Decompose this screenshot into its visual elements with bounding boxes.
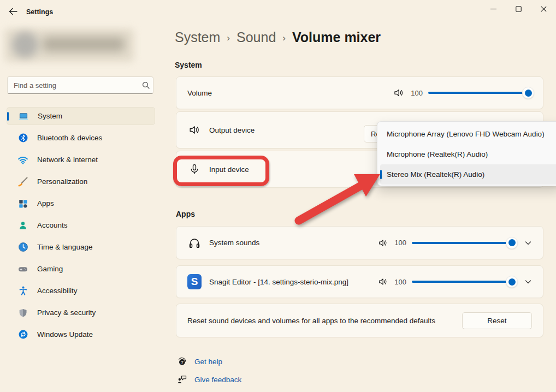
slider-thumb[interactable] [506,237,518,249]
settings-window: Settings System [0,0,556,392]
clock-icon [17,242,28,253]
help-icon: ? [176,356,188,367]
gamepad-icon [17,264,28,275]
sidebar-item-label: Time & language [37,243,93,251]
window-controls [481,0,556,19]
sidebar-item-accessibility[interactable]: Accessibility [7,282,155,300]
sidebar-item-label: Privacy & security [37,308,96,317]
slider-thumb[interactable] [522,87,534,99]
input-device-dropdown: Microphone Array (Lenovo FHD Webcam Audi… [377,121,556,186]
system-volume-slider[interactable] [428,86,532,99]
sidebar-item-gaming[interactable]: Gaming [7,260,155,278]
brush-icon [17,176,28,187]
reset-description: Reset sound devices and volumes for all … [187,317,462,325]
sidebar-item-label: Apps [37,199,54,207]
maximize-icon [516,5,522,14]
user-profile-blurred[interactable] [4,26,135,64]
window-title: Settings [26,8,53,16]
close-icon [541,5,547,14]
sidebar-item-label: System [38,112,62,120]
search-icon [139,81,153,89]
sidebar-item-time-language[interactable]: Time & language [7,238,155,256]
profile-name-redacted [43,37,125,51]
page-title: Volume mixer [292,29,381,45]
back-arrow-icon [9,8,17,15]
slider-thumb[interactable] [506,276,518,288]
headphones-icon [187,236,202,250]
app-volume-value: 100 [393,239,406,247]
dropdown-item-label: Stereo Mix (Realtek(R) Audio) [387,170,484,179]
wifi-icon [17,155,28,165]
breadcrumb-separator: › [282,31,286,44]
close-button[interactable] [531,0,556,19]
chevron-down-icon[interactable] [524,239,532,247]
give-feedback-link[interactable]: Give feedback [176,374,241,385]
slider-track [428,92,532,94]
minimize-button[interactable] [481,0,506,19]
sidebar-item-personalization[interactable]: Personalization [7,173,155,191]
sidebar-item-label: Accounts [37,221,68,229]
system-icon [18,111,29,122]
app-name: Snagit Editor - [14. settings-sterio-mix… [209,278,378,286]
feedback-icon [176,374,188,385]
snagit-app-icon: S [187,274,202,289]
app-row-system-sounds: System sounds 100 [176,226,543,259]
system-sounds-slider[interactable] [412,236,516,250]
breadcrumb: System › Sound › Volume mixer [175,29,381,45]
snagit-slider[interactable] [412,275,516,288]
sidebar-item-bluetooth-devices[interactable]: Bluetooth & devices [7,129,155,147]
sidebar-item-system[interactable]: System [7,107,155,125]
update-refresh-icon [17,329,28,340]
reset-button[interactable]: Reset [462,312,532,329]
minimize-icon [490,5,496,14]
dropdown-item-stereo-mix[interactable]: Stereo Mix (Realtek(R) Audio) [380,164,556,185]
app-row-snagit: S Snagit Editor - [14. settings-sterio-m… [176,265,543,298]
breadcrumb-sound[interactable]: Sound [236,29,276,45]
section-header-apps: Apps [176,210,195,218]
breadcrumb-system[interactable]: System [175,29,220,45]
person-icon [17,220,28,231]
slider-track [412,281,516,283]
accessibility-person-icon [17,286,28,296]
app-name: System sounds [209,239,378,247]
selected-indicator [380,170,382,179]
search-box [7,76,153,94]
get-help-link[interactable]: ? Get help [176,356,222,367]
apps-icon [17,198,28,209]
sidebar-item-windows-update[interactable]: Windows Update [7,325,155,343]
reset-row: Reset sound devices and volumes for all … [176,304,543,337]
sidebar-item-label: Personalization [37,177,87,186]
reset-button-label: Reset [487,317,506,325]
section-header-system: System [175,61,202,69]
active-indicator [7,112,9,121]
sidebar-item-label: Network & internet [37,156,98,164]
dropdown-item-microphone-realtek[interactable]: Microphone (Realtek(R) Audio) [380,144,556,164]
sidebar-item-accounts[interactable]: Accounts [7,216,155,234]
bluetooth-icon [17,133,28,144]
slider-track [412,242,516,244]
sidebar-item-label: Gaming [37,265,63,273]
search-input[interactable] [8,81,139,90]
microphone-icon [187,163,202,175]
svg-text:?: ? [181,360,184,365]
sidebar-item-apps[interactable]: Apps [7,194,155,212]
sidebar-item-label: Windows Update [37,330,93,338]
speaker-icon [378,238,388,248]
give-feedback-label: Give feedback [194,376,241,384]
sidebar-item-privacy-security[interactable]: Privacy & security [7,304,155,322]
volume-value: 100 [410,89,423,97]
volume-label: Volume [187,89,393,97]
titlebar: Settings [0,0,556,24]
shield-icon [17,307,28,318]
sidebar-nav: System Bluetooth & devices Network & int… [7,107,155,347]
breadcrumb-separator: › [227,31,230,44]
back-button[interactable] [4,3,22,20]
app-volume-value: 100 [393,278,406,286]
chevron-down-icon[interactable] [524,278,532,286]
maximize-button[interactable] [506,0,531,19]
get-help-label: Get help [194,358,222,366]
avatar [12,32,38,58]
sidebar-item-network-internet[interactable]: Network & internet [7,151,155,169]
speaker-icon [378,277,388,287]
dropdown-item-microphone-array[interactable]: Microphone Array (Lenovo FHD Webcam Audi… [380,124,556,144]
